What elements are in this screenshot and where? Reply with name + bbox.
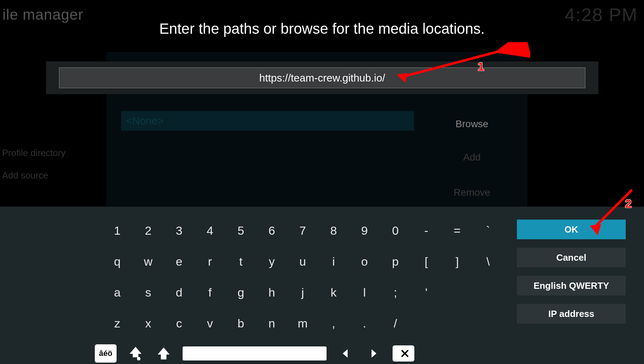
- add-button-dimmed: Add: [421, 148, 523, 167]
- key-.[interactable]: .: [349, 308, 380, 339]
- key-h[interactable]: h: [256, 277, 287, 308]
- key-n[interactable]: n: [256, 308, 287, 339]
- key-z[interactable]: z: [102, 308, 133, 339]
- key-5[interactable]: 5: [225, 215, 256, 246]
- key-o[interactable]: o: [349, 246, 380, 277]
- key-v[interactable]: v: [195, 308, 225, 339]
- key-e[interactable]: e: [164, 246, 195, 277]
- browse-button-dimmed: Browse: [421, 114, 523, 134]
- key-k[interactable]: k: [318, 277, 349, 308]
- key-p[interactable]: p: [380, 246, 411, 277]
- key-\[interactable]: \: [473, 246, 504, 277]
- key-m[interactable]: m: [287, 308, 318, 339]
- key-i[interactable]: i: [318, 246, 349, 277]
- key-y[interactable]: y: [256, 246, 287, 277]
- key-/[interactable]: /: [380, 308, 411, 339]
- key-3[interactable]: 3: [164, 215, 195, 246]
- key-9[interactable]: 9: [349, 215, 380, 246]
- key-l[interactable]: l: [349, 277, 380, 308]
- key-=[interactable]: =: [442, 215, 473, 246]
- shift-key[interactable]: [155, 344, 173, 363]
- shift-lock-key[interactable]: [126, 344, 145, 363]
- key-1[interactable]: 1: [102, 215, 133, 246]
- path-input-container: https://team-crew.github.io/: [46, 61, 598, 94]
- key-4[interactable]: 4: [195, 215, 225, 246]
- key-a[interactable]: a: [102, 277, 133, 308]
- key-[[interactable]: [: [411, 246, 442, 277]
- keyboard-layout-button[interactable]: English QWERTY: [517, 276, 626, 295]
- key-;[interactable]: ;: [380, 277, 411, 308]
- key-row: 1234567890-=`: [102, 215, 504, 246]
- key-t[interactable]: t: [225, 246, 256, 277]
- key-j[interactable]: j: [287, 277, 318, 308]
- key-`[interactable]: `: [473, 215, 504, 246]
- key-0[interactable]: 0: [380, 215, 411, 246]
- key-u[interactable]: u: [287, 246, 318, 277]
- sidebar-item-add-source: Add source: [2, 170, 48, 181]
- key-][interactable]: ]: [442, 246, 473, 277]
- key-8[interactable]: 8: [318, 215, 349, 246]
- key-w[interactable]: w: [133, 246, 164, 277]
- key-row: qwertyuiop[]\: [102, 246, 504, 277]
- key-6[interactable]: 6: [256, 215, 287, 246]
- path-input[interactable]: https://team-crew.github.io/: [59, 67, 585, 88]
- key-x[interactable]: x: [133, 308, 164, 339]
- key-g[interactable]: g: [225, 277, 256, 308]
- dialog-prompt: Enter the paths or browse for the media …: [0, 20, 644, 37]
- cancel-button[interactable]: Cancel: [517, 248, 626, 267]
- svg-rect-1: [138, 357, 140, 358]
- keyboard-utility-row: âéö: [95, 344, 414, 363]
- key-row: asdfghjkl;': [102, 277, 504, 308]
- key-c[interactable]: c: [164, 308, 195, 339]
- key-7[interactable]: 7: [287, 215, 318, 246]
- key-,[interactable]: ,: [318, 308, 349, 339]
- annotation-label-1: 1: [478, 60, 484, 73]
- key--[interactable]: -: [411, 215, 442, 246]
- key-r[interactable]: r: [195, 246, 225, 277]
- annotation-label-2: 2: [625, 197, 632, 210]
- key-grid: 1234567890-=`qwertyuiop[]\asdfghjkl;'zxc…: [102, 215, 504, 339]
- key-d[interactable]: d: [164, 277, 195, 308]
- sidebar-item-profile-directory: Profile directory: [2, 148, 66, 158]
- ok-button[interactable]: OK: [517, 220, 626, 239]
- key-q[interactable]: q: [102, 246, 133, 277]
- ip-address-button[interactable]: IP address: [517, 304, 626, 324]
- source-name-field-placeholder: <None>: [121, 111, 414, 131]
- backspace-key[interactable]: [393, 345, 414, 362]
- remove-button-dimmed: Remove: [421, 183, 523, 202]
- key-2[interactable]: 2: [133, 215, 164, 246]
- accent-key[interactable]: âéö: [95, 344, 117, 363]
- key-s[interactable]: s: [133, 277, 164, 308]
- key-f[interactable]: f: [195, 277, 225, 308]
- spacebar-key[interactable]: [183, 346, 327, 360]
- key-'[interactable]: ': [411, 277, 442, 308]
- key-row: zxcvbnm,./: [102, 308, 504, 339]
- cursor-left-key[interactable]: [336, 344, 355, 363]
- cursor-right-key[interactable]: [364, 344, 383, 363]
- key-b[interactable]: b: [225, 308, 256, 339]
